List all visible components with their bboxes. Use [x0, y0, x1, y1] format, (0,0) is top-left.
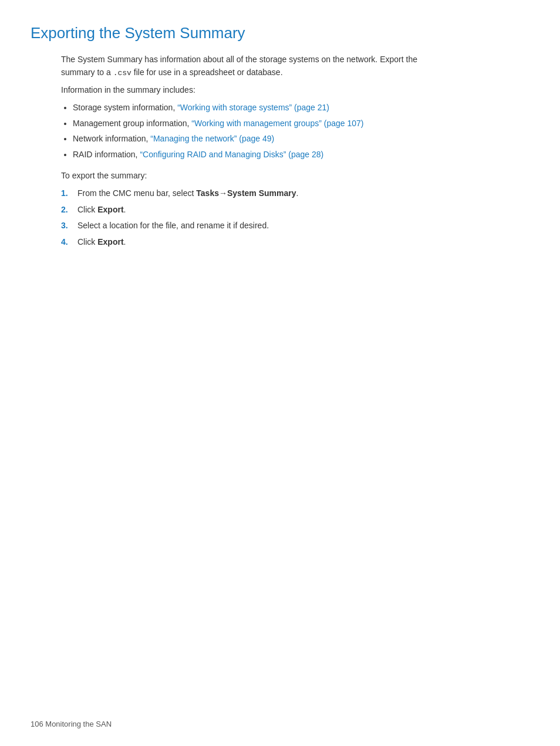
- page-title: Exporting the System Summary: [31, 23, 529, 43]
- step-number-2: 2.: [61, 203, 77, 216]
- step2-text-before: Click: [77, 205, 97, 214]
- list-item: RAID information, “Configuring RAID and …: [73, 148, 529, 161]
- step-number-4: 4.: [61, 235, 77, 248]
- step-3: 3. Select a location for the file, and r…: [61, 219, 529, 232]
- bullet-prefix-2: Management group information,: [73, 119, 191, 128]
- intro-text-line2-suffix: file for use in a spreadsheet or databas…: [131, 67, 283, 77]
- step3-text-before: Select a location for the file, and rena…: [77, 221, 269, 230]
- step2-bold1: Export: [97, 205, 123, 214]
- step-4: 4. Click Export.: [61, 235, 529, 248]
- page-content: Exporting the System Summary The System …: [0, 0, 560, 288]
- step-content-2: Click Export.: [77, 203, 529, 216]
- step-content-1: From the CMC menu bar, select Tasks→Syst…: [77, 187, 529, 200]
- intro-text-line2-prefix: summary to a: [61, 67, 113, 77]
- step-content-4: Click Export.: [77, 235, 529, 248]
- step1-bold2: System Summary: [227, 188, 296, 198]
- page-footer: 106 Monitoring the SAN: [31, 720, 112, 728]
- bullet-link-2[interactable]: “Working with management groups” (page 1…: [191, 119, 363, 128]
- bullet-prefix-1: Storage system information,: [73, 103, 177, 112]
- export-label: To export the summary:: [61, 169, 529, 182]
- intro-text-line1: The System Summary has information about…: [61, 55, 417, 64]
- bullet-link-3[interactable]: “Managing the network” (page 49): [150, 134, 274, 143]
- csv-code: .csv: [113, 69, 131, 77]
- steps-list: 1. From the CMC menu bar, select Tasks→S…: [61, 187, 529, 248]
- step2-text-after: .: [124, 205, 126, 214]
- bullet-list: Storage system information, “Working wit…: [73, 101, 529, 161]
- bullet-prefix-3: Network information,: [73, 134, 150, 143]
- bullet-link-4[interactable]: “Configuring RAID and Managing Disks” (p…: [140, 150, 323, 159]
- includes-label: Information in the summary includes:: [61, 83, 529, 96]
- step-2: 2. Click Export.: [61, 203, 529, 216]
- step4-text-before: Click: [77, 237, 97, 247]
- step4-text-after: .: [124, 237, 126, 247]
- bullet-prefix-4: RAID information,: [73, 150, 140, 159]
- intro-paragraph: The System Summary has information about…: [61, 53, 529, 80]
- step1-bold1: Tasks: [196, 188, 219, 198]
- step1-text-after: .: [296, 188, 298, 198]
- step1-text-before: From the CMC menu bar, select: [77, 188, 196, 198]
- bullet-link-1[interactable]: “Working with storage systems” (page 21): [177, 103, 329, 112]
- list-item: Management group information, “Working w…: [73, 117, 529, 130]
- step4-bold1: Export: [97, 237, 123, 247]
- step-number-1: 1.: [61, 187, 77, 200]
- list-item: Network information, “Managing the netwo…: [73, 132, 529, 145]
- list-item: Storage system information, “Working wit…: [73, 101, 529, 114]
- step-1: 1. From the CMC menu bar, select Tasks→S…: [61, 187, 529, 200]
- step-number-3: 3.: [61, 219, 77, 232]
- step1-arrow: →: [219, 188, 227, 198]
- step-content-3: Select a location for the file, and rena…: [77, 219, 529, 232]
